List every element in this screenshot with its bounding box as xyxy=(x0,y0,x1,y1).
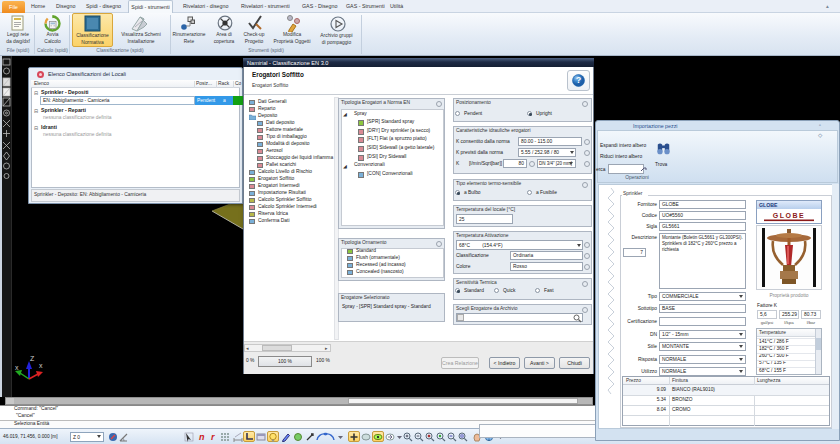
svg-text:r: r xyxy=(211,432,215,442)
svg-text:Z: Z xyxy=(30,355,35,362)
svg-text:n: n xyxy=(199,432,205,442)
svg-text:x: x xyxy=(39,362,43,369)
svg-text:x: x xyxy=(15,364,19,371)
svg-text:?: ? xyxy=(576,75,581,85)
